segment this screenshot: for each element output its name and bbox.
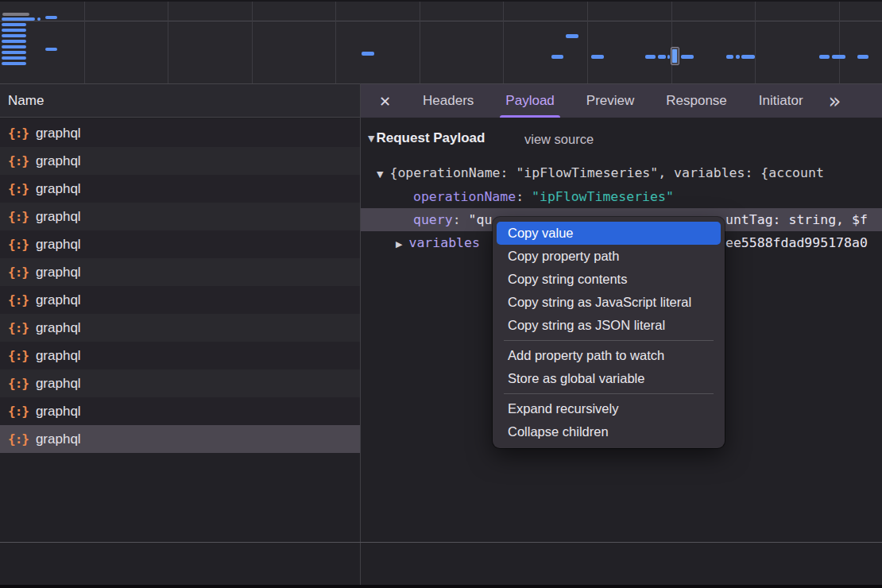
json-row-operation-name[interactable]: operationName: "ipFlowTimeseries" bbox=[413, 185, 674, 208]
json-string-value: "ipFlowTimeseries" bbox=[532, 189, 674, 204]
menu-item-copy-string-as-json-literal[interactable]: Copy string as JSON literal bbox=[497, 314, 721, 337]
json-key: query bbox=[413, 212, 453, 227]
json-request-icon: {:} bbox=[8, 126, 29, 141]
waterfall-bar bbox=[2, 34, 26, 37]
request-row[interactable]: {:}graphql bbox=[0, 147, 360, 175]
waterfall-bar bbox=[2, 45, 26, 48]
request-payload-section-header[interactable]: ▼Request Payload bbox=[368, 130, 485, 146]
request-row[interactable]: {:}graphql bbox=[0, 369, 360, 397]
overview-gridline bbox=[252, 2, 253, 83]
json-request-icon: {:} bbox=[8, 181, 29, 196]
waterfall-bar bbox=[726, 55, 733, 59]
waterfall-bar bbox=[832, 55, 845, 59]
menu-separator bbox=[504, 340, 714, 341]
request-row[interactable]: {:}graphql bbox=[0, 425, 360, 453]
request-rows: {:}graphql{:}graphql{:}graphql{:}graphql… bbox=[0, 119, 360, 453]
waterfall-bar bbox=[362, 52, 374, 56]
network-overview[interactable] bbox=[0, 0, 882, 83]
overview-gridline bbox=[420, 2, 420, 83]
menu-item-store-as-global-variable[interactable]: Store as global variable bbox=[497, 367, 721, 390]
menu-item-add-property-path-to-watch[interactable]: Add property path to watch bbox=[497, 344, 721, 367]
request-row[interactable]: {:}graphql bbox=[0, 342, 360, 369]
request-row[interactable]: {:}graphql bbox=[0, 286, 360, 314]
menu-item-copy-value[interactable]: Copy value bbox=[497, 222, 721, 245]
request-row[interactable]: {:}graphql bbox=[0, 397, 360, 425]
json-request-icon: {:} bbox=[8, 265, 29, 280]
json-colon: : bbox=[453, 212, 469, 227]
waterfall-bar bbox=[591, 55, 604, 59]
expanded-triangle-icon[interactable]: ▼ bbox=[377, 169, 383, 180]
waterfall-bar bbox=[551, 55, 563, 59]
request-row[interactable]: {:}graphql bbox=[0, 175, 360, 203]
waterfall-bar bbox=[2, 56, 26, 60]
more-tabs-icon[interactable]: » bbox=[829, 91, 841, 111]
request-name-label: graphql bbox=[36, 431, 81, 447]
request-row[interactable]: {:}graphql bbox=[0, 258, 360, 286]
json-row-query[interactable]: query: "qu bbox=[413, 208, 492, 231]
request-name-label: graphql bbox=[36, 320, 81, 336]
table-bottom-border bbox=[0, 542, 882, 543]
waterfall-bar bbox=[658, 55, 666, 59]
overview-gridline bbox=[84, 2, 85, 83]
request-name-label: graphql bbox=[36, 181, 81, 197]
close-icon[interactable]: ✕ bbox=[379, 93, 391, 110]
json-request-icon: {:} bbox=[8, 209, 29, 224]
waterfall-bar bbox=[741, 55, 755, 59]
menu-item-copy-property-path[interactable]: Copy property path bbox=[497, 245, 721, 268]
name-column-label: Name bbox=[8, 93, 44, 109]
waterfall-bar bbox=[2, 23, 26, 26]
waterfall-bar bbox=[37, 17, 41, 21]
waterfall-bar bbox=[681, 55, 694, 59]
detail-tabbar: ✕ HeadersPayloadPreviewResponseInitiator… bbox=[360, 83, 882, 118]
section-title: Request Payload bbox=[376, 130, 485, 146]
menu-item-copy-string-as-javascript-literal[interactable]: Copy string as JavaScript literal bbox=[497, 291, 721, 314]
overview-gridline bbox=[503, 2, 504, 83]
json-request-icon: {:} bbox=[8, 292, 29, 308]
waterfall-bar bbox=[819, 55, 830, 59]
window-bottom-edge bbox=[0, 585, 882, 588]
panel-divider[interactable] bbox=[360, 83, 361, 585]
json-value-start: "qu bbox=[469, 212, 493, 227]
tab-initiator[interactable]: Initiator bbox=[759, 84, 803, 118]
request-name-label: graphql bbox=[36, 126, 81, 141]
waterfall-bar bbox=[2, 40, 26, 43]
request-name-label: graphql bbox=[36, 209, 81, 225]
request-name-label: graphql bbox=[36, 265, 81, 280]
overview-gridline bbox=[755, 2, 756, 83]
json-key: variables bbox=[408, 235, 479, 250]
menu-item-copy-string-contents[interactable]: Copy string contents bbox=[497, 268, 721, 291]
collapse-triangle-icon: ▼ bbox=[368, 133, 374, 144]
json-root-preview: {operationName: "ipFlowTimeseries", vari… bbox=[389, 165, 823, 180]
request-row[interactable]: {:}graphql bbox=[0, 314, 360, 342]
tab-headers[interactable]: Headers bbox=[423, 84, 474, 118]
request-name-label: graphql bbox=[36, 376, 81, 392]
tab-preview[interactable]: Preview bbox=[586, 84, 634, 118]
json-request-icon: {:} bbox=[8, 237, 29, 252]
overview-gridline bbox=[587, 2, 588, 83]
json-request-icon: {:} bbox=[8, 320, 29, 335]
json-root-row[interactable]: ▼{operationName: "ipFlowTimeseries", var… bbox=[377, 161, 882, 184]
request-row[interactable]: {:}graphql bbox=[0, 203, 360, 230]
json-variables-preview-continuation: ee5588fdad995178a0 bbox=[725, 231, 868, 254]
json-request-icon: {:} bbox=[8, 431, 29, 447]
menu-item-collapse-children[interactable]: Collapse children bbox=[497, 420, 721, 443]
context-menu: Copy valueCopy property pathCopy string … bbox=[493, 217, 725, 448]
json-row-variables[interactable]: ▶variables bbox=[396, 231, 480, 254]
tab-response[interactable]: Response bbox=[666, 84, 727, 118]
json-colon: : bbox=[516, 189, 532, 204]
waterfall-bar bbox=[857, 55, 868, 59]
menu-item-expand-recursively[interactable]: Expand recursively bbox=[497, 397, 721, 420]
overview-gridline bbox=[335, 2, 336, 83]
waterfall-bar bbox=[566, 34, 578, 38]
waterfall-bar bbox=[667, 55, 670, 59]
waterfall-bar bbox=[45, 48, 57, 51]
name-column-header[interactable]: Name bbox=[0, 83, 360, 118]
menu-separator bbox=[504, 393, 714, 394]
request-row[interactable]: {:}graphql bbox=[0, 119, 360, 147]
collapsed-triangle-icon[interactable]: ▶ bbox=[396, 239, 402, 250]
request-row[interactable]: {:}graphql bbox=[0, 230, 360, 258]
json-request-icon: {:} bbox=[8, 404, 29, 419]
view-source-link[interactable]: view source bbox=[524, 132, 594, 147]
tab-payload[interactable]: Payload bbox=[505, 84, 554, 118]
request-name-label: graphql bbox=[36, 237, 81, 253]
